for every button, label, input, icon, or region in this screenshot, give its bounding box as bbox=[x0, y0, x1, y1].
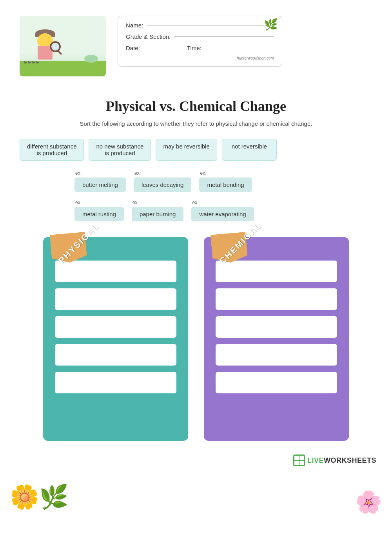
physical-slot-2[interactable] bbox=[55, 288, 176, 310]
grade-row: Grade & Section: bbox=[126, 33, 274, 40]
physical-slot-3[interactable] bbox=[55, 316, 176, 338]
ex-box-1: butter melting bbox=[74, 177, 126, 192]
chip-may-reversible[interactable]: may be reversible bbox=[156, 139, 217, 161]
subtitle: Sort the following according to whether … bbox=[20, 120, 372, 127]
example-metal-bending[interactable]: ex. metal bending bbox=[199, 170, 252, 192]
date-line bbox=[144, 48, 183, 48]
chemical-slot-3[interactable] bbox=[216, 316, 337, 338]
ex-label-6: ex. bbox=[192, 200, 198, 205]
flower-left-decoration: 🌼🌿 bbox=[10, 483, 69, 511]
chemical-slot-2[interactable] bbox=[216, 288, 337, 310]
sort-area: PHYSICAL CHEMICAL bbox=[20, 237, 372, 441]
logo-cell-4 bbox=[299, 461, 304, 465]
logo-cell-1 bbox=[294, 456, 299, 460]
illustration-background: 🐜🐜🐜🐜 bbox=[20, 16, 106, 76]
footer: LIVEWORKSHEETS bbox=[0, 449, 392, 472]
physical-banner: PHYSICAL bbox=[50, 232, 92, 266]
grade-label: Grade & Section: bbox=[126, 33, 171, 40]
examples-row-2: ex. metal rusting ex. paper burning ex. … bbox=[20, 200, 372, 221]
header: 🐜🐜🐜🐜 🌿 Name: Grade & Section: Date: Time… bbox=[0, 0, 392, 86]
ex-label-3: ex. bbox=[200, 170, 206, 176]
physical-folder: PHYSICAL bbox=[43, 237, 188, 441]
ex-box-2: leaves decaying bbox=[134, 177, 192, 192]
time-line bbox=[205, 48, 245, 48]
kid-figure bbox=[35, 33, 59, 65]
ex-box-3: metal bending bbox=[199, 177, 252, 192]
name-line bbox=[147, 25, 274, 25]
page-title: Physical vs. Chemical Change bbox=[20, 98, 372, 114]
credit-text: hunterwoodspch.com bbox=[126, 56, 274, 60]
plant-icon: 🌿 bbox=[264, 18, 278, 31]
main-content: Physical vs. Chemical Change Sort the fo… bbox=[0, 86, 392, 449]
flower-right-decoration: 🌸 bbox=[355, 489, 382, 515]
physical-slot-4[interactable] bbox=[55, 344, 176, 366]
examples-row-1: ex. butter melting ex. leaves decaying e… bbox=[20, 170, 372, 192]
examples-section: ex. butter melting ex. leaves decaying e… bbox=[20, 170, 372, 221]
grade-line bbox=[174, 36, 274, 37]
chip-not-reversible[interactable]: not reversible bbox=[222, 139, 277, 161]
example-paper-burning[interactable]: ex. paper burning bbox=[132, 200, 184, 221]
chemical-slot-4[interactable] bbox=[216, 344, 337, 366]
date-time-row: Date: Time: bbox=[126, 45, 274, 51]
chemical-column: CHEMICAL bbox=[204, 237, 349, 441]
physical-slot-5[interactable] bbox=[55, 372, 176, 393]
chemical-folder: CHEMICAL bbox=[204, 237, 349, 441]
info-box: 🌿 Name: Grade & Section: Date: Time: hun… bbox=[118, 16, 282, 67]
ex-label-5: ex. bbox=[132, 200, 139, 205]
name-label: Name: bbox=[126, 22, 143, 29]
chemical-banner: CHEMICAL bbox=[211, 232, 252, 266]
logo-icon bbox=[293, 454, 305, 466]
logo-cell-3 bbox=[294, 461, 299, 465]
chips-container: different substance is produced no new s… bbox=[20, 139, 372, 161]
physical-column: PHYSICAL bbox=[43, 237, 188, 441]
snail-shape bbox=[84, 55, 98, 63]
ex-box-5: paper burning bbox=[132, 207, 184, 221]
ex-label-2: ex. bbox=[134, 170, 141, 176]
liveworksheets-logo: LIVEWORKSHEETS bbox=[293, 454, 376, 466]
header-illustration: 🐜🐜🐜🐜 bbox=[20, 16, 106, 78]
chip-no-new-substance[interactable]: no new substance is produced bbox=[89, 139, 151, 161]
ants-decoration: 🐜🐜🐜🐜 bbox=[24, 60, 39, 64]
chemical-slot-5[interactable] bbox=[216, 372, 337, 393]
ex-label-4: ex. bbox=[75, 200, 82, 205]
magnifier-icon bbox=[50, 41, 61, 52]
name-row: Name: bbox=[126, 22, 274, 29]
example-water-evaporating[interactable]: ex. water evaporating bbox=[191, 200, 254, 221]
time-label: Time: bbox=[187, 45, 201, 51]
logo-cell-2 bbox=[299, 456, 304, 460]
example-metal-rusting[interactable]: ex. metal rusting bbox=[74, 200, 124, 221]
footer-logo-text: LIVEWORKSHEETS bbox=[307, 456, 376, 465]
ex-box-6: water evaporating bbox=[191, 207, 254, 221]
example-butter-melting[interactable]: ex. butter melting bbox=[74, 170, 126, 192]
chip-different-substance[interactable]: different substance is produced bbox=[20, 139, 84, 161]
date-label: Date: bbox=[126, 45, 140, 51]
ex-label-1: ex. bbox=[75, 170, 82, 176]
ex-box-4: metal rusting bbox=[74, 207, 124, 221]
example-leaves-decaying[interactable]: ex. leaves decaying bbox=[134, 170, 192, 192]
